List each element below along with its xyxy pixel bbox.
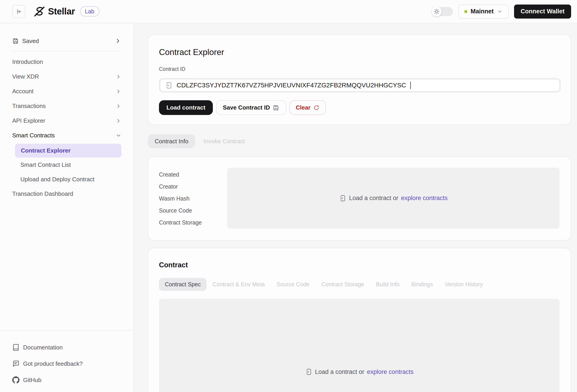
tab-contract-storage[interactable]: Contract Storage <box>316 278 370 291</box>
footer-link-label: Documentation <box>23 344 63 351</box>
network-status-dot <box>464 10 468 13</box>
sidebar-item-label: Account <box>12 88 115 95</box>
refresh-icon <box>313 104 320 111</box>
contract-card-tabs: Contract Spec Contract & Env Meta Source… <box>159 278 560 291</box>
sidebar-item-introduction[interactable]: Introduction <box>10 55 124 69</box>
contract-file-icon <box>305 368 312 375</box>
field-label-creator: Creator <box>159 181 227 193</box>
field-label-created: Created <box>159 169 227 181</box>
sidebar-item-account[interactable]: Account <box>10 84 124 99</box>
button-label: Save Contract ID <box>223 104 270 111</box>
sidebar-item-contract-explorer[interactable]: Contract Explorer <box>15 144 121 158</box>
tab-version-history[interactable]: Version History <box>439 278 489 291</box>
brand-name: Stellar <box>48 6 75 17</box>
sidebar-item-label: Saved <box>22 37 111 45</box>
clear-button[interactable]: Clear <box>289 100 326 115</box>
contract-id-label: Contract ID <box>159 66 561 72</box>
tab-contract-info[interactable]: Contract Info <box>148 134 195 148</box>
footer-link-label: Got product feedback? <box>23 360 83 367</box>
chevron-down-icon <box>115 133 121 138</box>
connect-wallet-button[interactable]: Connect Wallet <box>514 4 571 19</box>
book-icon <box>12 344 19 351</box>
chevron-right-icon <box>115 118 121 124</box>
tab-source-code[interactable]: Source Code <box>271 278 316 291</box>
contract-id-input[interactable]: CDLZFC3SYJYDZT7K67VZ75HPJVIEUVNIXF47ZG2F… <box>160 79 560 92</box>
tab-contract-spec[interactable]: Contract Spec <box>159 278 207 291</box>
contract-card-title: Contract <box>159 261 560 269</box>
sidebar-item-label: View XDR <box>12 73 115 80</box>
contract-card: Contract Contract Spec Contract & Env Me… <box>148 248 571 392</box>
sidebar-item-transaction-dashboard[interactable]: Transaction Dashboard <box>10 187 124 201</box>
contract-info-empty-panel: Load a contract or explore contracts <box>227 168 560 229</box>
contract-spec-empty-panel: Load a contract or explore contracts <box>159 299 560 392</box>
explore-contracts-link[interactable]: explore contracts <box>401 195 448 202</box>
chevron-right-icon <box>115 89 121 94</box>
view-tabs: Contract Info Invoke Contract <box>148 134 571 148</box>
network-label: Mainnet <box>470 8 494 15</box>
theme-toggle[interactable] <box>432 7 453 16</box>
documentation-link[interactable]: Documentation <box>10 339 124 356</box>
main-content: Contract Explorer Contract ID CDLZFC3SYJ… <box>134 23 577 392</box>
sidebar-item-label: Transaction Dashboard <box>12 190 121 197</box>
feedback-link[interactable]: Got product feedback? <box>10 356 124 372</box>
tab-contract-env-meta[interactable]: Contract & Env Meta <box>207 278 271 291</box>
feedback-bubble-icon <box>12 360 19 367</box>
field-label-wasm-hash: Wasm Hash <box>159 193 227 205</box>
network-selector[interactable]: Mainnet <box>458 4 509 19</box>
theme-toggle-knob <box>432 6 442 17</box>
contract-id-value: CDLZFC3SYJYDZT7K67VZ75HPJVIEUVNIXF47ZG2F… <box>177 82 406 89</box>
chevron-right-icon <box>115 37 121 44</box>
tab-build-info[interactable]: Build Info <box>370 278 405 291</box>
github-link[interactable]: GitHub <box>10 372 124 388</box>
tab-invoke-contract[interactable]: Invoke Contract <box>197 134 252 148</box>
sidebar-item-label: Contract Explorer <box>21 147 71 154</box>
field-label-source-code: Source Code <box>159 205 227 217</box>
contract-file-icon <box>165 81 173 89</box>
tab-bindings[interactable]: Bindings <box>405 278 439 291</box>
chevron-down-icon <box>497 9 503 14</box>
sidebar-item-label: API Explorer <box>12 117 115 124</box>
sidebar-item-saved[interactable]: Saved <box>10 34 124 48</box>
chevron-right-icon <box>115 103 121 109</box>
sidebar-item-upload-deploy-contract[interactable]: Upload and Deploy Contract <box>10 172 124 187</box>
sun-icon <box>433 8 440 15</box>
contract-explorer-card: Contract Explorer Contract ID CDLZFC3SYJ… <box>148 34 571 125</box>
empty-state-message: Load a contract or explore contracts <box>305 368 413 375</box>
field-label-contract-storage: Contract Storage <box>159 217 227 229</box>
chevron-right-icon <box>115 74 121 80</box>
text-cursor <box>410 82 411 89</box>
top-header: Stellar Lab Mainnet Connect Wallet <box>0 0 577 23</box>
explore-contracts-link[interactable]: explore contracts <box>367 368 414 375</box>
collapse-sidebar-button[interactable] <box>12 5 25 18</box>
sidebar-footer: Documentation Got product feedback? GitH… <box>0 330 134 392</box>
contract-info-card: Created Creator Wasm Hash Source Code Co… <box>148 156 571 241</box>
collapse-sidebar-icon <box>15 8 22 15</box>
save-contract-id-button[interactable]: Save Contract ID <box>216 100 286 115</box>
load-contract-button[interactable]: Load contract <box>159 100 213 115</box>
contract-file-icon <box>339 195 346 202</box>
lab-badge: Lab <box>80 6 99 17</box>
stellar-logo-icon <box>34 6 45 17</box>
page-title: Contract Explorer <box>159 48 561 57</box>
empty-state-text: Load a contract or <box>315 368 364 375</box>
stellar-lab-app: Stellar Lab Mainnet Connect Wallet Saved <box>0 0 577 392</box>
stellar-lab-logo[interactable]: Stellar Lab <box>34 6 99 17</box>
sidebar-item-view-xdr[interactable]: View XDR <box>10 69 124 84</box>
save-icon <box>273 104 280 111</box>
sidebar-item-label: Transactions <box>12 102 115 110</box>
sidebar-item-label: Smart Contracts <box>12 132 115 139</box>
sidebar-item-api-explorer[interactable]: API Explorer <box>10 113 124 128</box>
button-label: Load contract <box>166 104 205 111</box>
empty-state-text: Load a contract or <box>349 195 398 202</box>
sidebar-item-label: Introduction <box>12 58 121 65</box>
sidebar-item-smart-contract-list[interactable]: Smart Contract List <box>10 158 124 172</box>
sidebar-item-transactions[interactable]: Transactions <box>10 99 124 113</box>
empty-state-message: Load a contract or explore contracts <box>339 195 447 202</box>
contract-id-input-ring: CDLZFC3SYJYDZT7K67VZ75HPJVIEUVNIXF47ZG2F… <box>159 78 561 93</box>
explorer-actions: Load contract Save Contract ID Clear <box>159 100 561 115</box>
sidebar: Saved Introduction View XDR Account Tran… <box>0 23 134 392</box>
header-right: Mainnet Connect Wallet <box>432 4 571 19</box>
sidebar-item-smart-contracts[interactable]: Smart Contracts <box>10 128 124 143</box>
sidebar-item-label: Upload and Deploy Contract <box>20 176 94 183</box>
button-label: Clear <box>296 104 310 111</box>
